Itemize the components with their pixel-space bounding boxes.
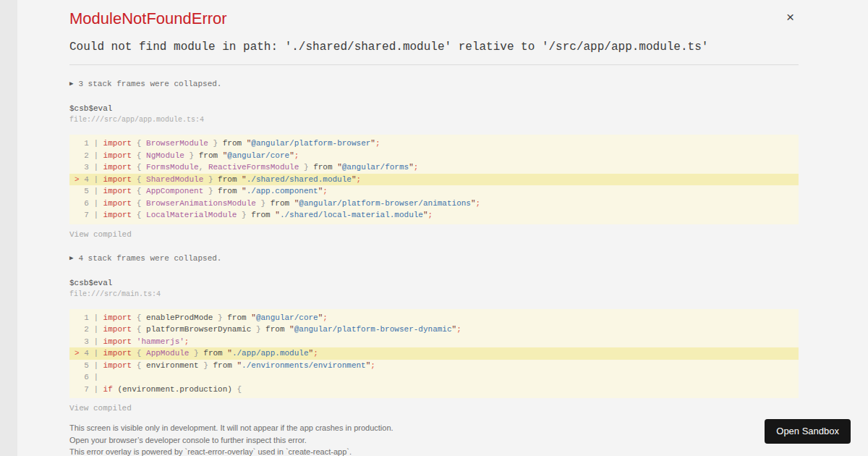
stack-frame-function: $csb$eval	[69, 104, 799, 113]
open-sandbox-button[interactable]: Open Sandbox	[765, 419, 851, 444]
view-compiled-link[interactable]: View compiled	[69, 230, 132, 239]
footer-note-overlay: This error overlay is powered by `react-…	[69, 446, 799, 456]
divider	[69, 64, 799, 65]
code-line: 7 | import { LocalMaterialModule } from …	[69, 209, 799, 221]
footer-note-console: Open your browser’s developer console to…	[69, 434, 799, 447]
collapsed-frames-label: 4 stack frames were collapsed.	[78, 254, 221, 263]
code-line: 7 | if (environment.production) {	[69, 384, 799, 396]
page-background-strip	[0, 0, 17, 456]
stack-frame-location: file:///src/main.ts:4	[69, 290, 799, 298]
close-icon[interactable]: ×	[786, 10, 794, 24]
collapse-arrow-icon: ▶	[69, 254, 73, 263]
code-line: 1 | import { enableProdMode } from "@ang…	[69, 312, 799, 324]
collapsed-frames-toggle[interactable]: ▶3 stack frames were collapsed.	[69, 80, 799, 89]
error-header: ModuleNotFoundError ×	[69, 9, 799, 29]
code-line: 2 | import { NgModule } from "@angular/c…	[69, 150, 799, 162]
footer-notes: This screen is visible only in developme…	[69, 422, 799, 456]
code-line: 6 |	[69, 371, 799, 384]
footer-note-development: This screen is visible only in developme…	[69, 422, 799, 434]
code-line-highlighted: > 4 | import { SharedModule } from "./sh…	[69, 174, 799, 186]
collapsed-frames-label: 3 stack frames were collapsed.	[78, 80, 221, 88]
code-frame: 1 | import { BrowserModule } from "@angu…	[69, 135, 799, 224]
code-line-highlighted: > 4 | import { AppModule } from "./app/a…	[69, 347, 799, 360]
code-line: 6 | import { BrowserAnimationsModule } f…	[69, 198, 799, 210]
code-line: 1 | import { BrowserModule } from "@angu…	[69, 138, 799, 150]
code-line: 3 | import { FormsModule, ReactiveFormsM…	[69, 161, 799, 174]
code-frame: 1 | import { enableProdMode } from "@ang…	[69, 309, 799, 399]
code-line: 3 | import 'hammerjs';	[69, 336, 799, 348]
code-line: 2 | import { platformBrowserDynamic } fr…	[69, 324, 799, 336]
collapsed-frames-toggle[interactable]: ▶4 stack frames were collapsed.	[69, 254, 799, 263]
view-compiled-link[interactable]: View compiled	[69, 404, 132, 413]
stack-frame-function: $csb$eval	[69, 279, 799, 287]
code-line: 5 | import { AppComponent } from "./app.…	[69, 185, 799, 198]
error-message: Could not find module in path: './shared…	[69, 40, 799, 54]
stack-frame-location: file:///src/app/app.module.ts:4	[69, 116, 799, 124]
collapse-arrow-icon: ▶	[69, 80, 73, 88]
code-line: 5 | import { environment } from "./envir…	[69, 360, 799, 372]
error-overlay: ModuleNotFoundError × Could not find mod…	[69, 0, 799, 456]
error-title: ModuleNotFoundError	[69, 9, 799, 29]
